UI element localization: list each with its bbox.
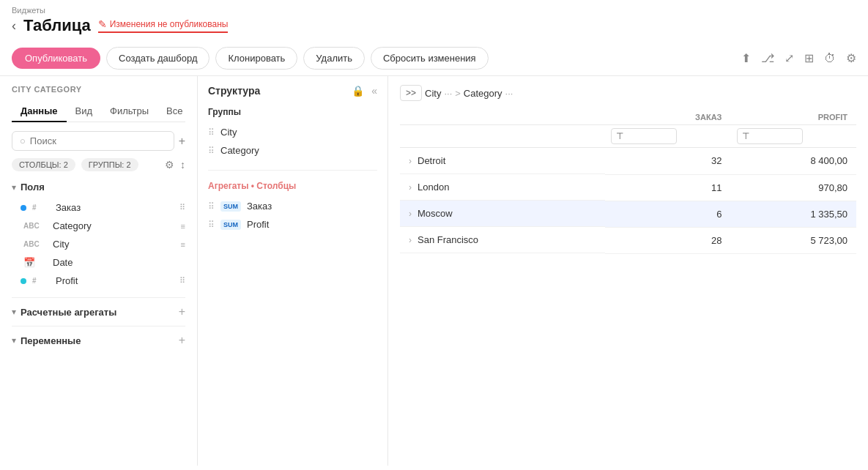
tabs-row: Данные Вид Фильтры Все xyxy=(12,101,185,122)
field-item[interactable]: # Заказ ⠿ xyxy=(12,198,185,217)
sort-icon[interactable]: ↕ xyxy=(180,159,185,171)
chevron-down-icon: ▾ xyxy=(12,307,16,317)
order-value: 28 xyxy=(605,227,731,253)
data-table-panel: >> City ··· > Category ··· ЗАКАЗ PROFIT … xyxy=(388,76,868,466)
order-value: 11 xyxy=(605,174,731,201)
breadcrumb: Виджеты xyxy=(12,6,45,15)
city-name: San Francisco xyxy=(418,234,478,245)
profit-value: 970,80 xyxy=(731,174,857,201)
group-item[interactable]: ⠿ City xyxy=(208,123,377,141)
vars-section-title: Переменные xyxy=(21,335,81,346)
data-table: ЗАКАЗ PROFIT ⊤ ⊤ xyxy=(400,110,856,254)
tab-view[interactable]: Вид xyxy=(67,101,102,122)
drag-handle-icon: ⠿ xyxy=(208,201,215,212)
collapse-icon[interactable]: « xyxy=(371,85,377,97)
table-row[interactable]: › London 11 970,80 xyxy=(400,174,856,201)
col-header-name xyxy=(400,110,605,125)
expand-icon[interactable]: ⤢ xyxy=(784,51,794,65)
back-button[interactable]: ‹ xyxy=(12,19,16,32)
nav-dots-2: ··· xyxy=(505,88,513,99)
profit-filter-input[interactable]: ⊤ xyxy=(737,128,803,144)
calendar-icon: 📅 xyxy=(23,257,47,268)
drag-handle-icon: ⠿ xyxy=(208,127,215,138)
group-name: City xyxy=(220,127,237,138)
nav-city-label[interactable]: City xyxy=(425,88,441,99)
create-dashboard-button[interactable]: Создать дашборд xyxy=(106,47,209,70)
search-input[interactable] xyxy=(30,135,166,146)
chevron-right-icon: ▾ xyxy=(12,335,16,346)
group-name: Category xyxy=(220,145,259,156)
tab-all[interactable]: Все xyxy=(157,101,191,122)
order-value: 6 xyxy=(605,201,731,227)
field-type-number: # xyxy=(32,204,50,212)
drag-handle-icon: ⠿ xyxy=(208,146,215,156)
groups-section-title: Группы xyxy=(208,107,377,117)
structure-title: Структура xyxy=(208,85,260,97)
add-field-button[interactable]: + xyxy=(179,135,185,148)
field-item[interactable]: # Profit ⠿ xyxy=(12,272,185,290)
delete-button[interactable]: Удалить xyxy=(303,47,365,70)
menu-icon: ≡ xyxy=(181,240,185,249)
nav-back-button[interactable]: >> xyxy=(400,85,422,101)
calc-section-title: Расчетные агрегаты xyxy=(21,307,116,318)
field-dot-teal xyxy=(21,278,26,284)
profit-value: 8 400,00 xyxy=(731,148,857,175)
aggr-item[interactable]: ⠿ SUM Заказ xyxy=(208,197,377,215)
fields-section-header[interactable]: ▾ Поля xyxy=(12,182,185,193)
add-calc-button[interactable]: + xyxy=(179,305,185,318)
add-var-button[interactable]: + xyxy=(179,334,185,347)
order-filter-input[interactable]: ⊤ xyxy=(611,128,677,144)
lock-icon[interactable]: 🔒 xyxy=(352,85,364,97)
clone-button[interactable]: Клонировать xyxy=(215,47,297,70)
filter-icon: ⊤ xyxy=(742,131,749,141)
group-item[interactable]: ⠿ Category xyxy=(208,141,377,160)
tab-filters[interactable]: Фильтры xyxy=(101,101,157,122)
row-chevron: › xyxy=(409,156,412,166)
search-box: ○ xyxy=(12,131,174,151)
field-item[interactable]: 📅 Date xyxy=(12,253,185,272)
city-name: Moscow xyxy=(418,208,453,219)
calc-section-header[interactable]: ▾ Расчетные агрегаты + xyxy=(12,305,185,318)
aggr-name: Заказ xyxy=(247,201,272,212)
drag-icon: ⠿ xyxy=(179,203,185,212)
reset-button[interactable]: Сбросить изменения xyxy=(371,47,489,70)
unpublished-badge: ✎ Изменения не опубликованы xyxy=(98,18,229,33)
profit-value: 5 723,00 xyxy=(731,227,857,253)
table-breadcrumb: >> City ··· > Category ··· xyxy=(400,85,856,101)
field-name: Profit xyxy=(56,275,174,286)
field-item[interactable]: ABC Category ≡ xyxy=(12,217,185,235)
aggr-name: Profit xyxy=(247,219,269,230)
field-name: Заказ xyxy=(56,202,174,213)
fields-section-title: Поля xyxy=(21,182,45,193)
history-icon[interactable]: ⏱ xyxy=(824,52,836,65)
search-icon: ○ xyxy=(20,135,26,146)
publish-button[interactable]: Опубликовать xyxy=(12,48,100,69)
nav-category-label[interactable]: Category xyxy=(464,88,502,99)
structure-panel: Структура 🔒 « Группы ⠿ City ⠿ Category А… xyxy=(198,76,388,466)
table-row[interactable]: › San Francisco 28 5 723,00 xyxy=(400,227,856,253)
col-header-profit: PROFIT xyxy=(731,110,857,125)
panel-title: CITY CATEGORY xyxy=(12,85,185,94)
vars-section-header[interactable]: ▾ Переменные + xyxy=(12,334,185,347)
drag-icon: ⠿ xyxy=(179,276,185,286)
field-item[interactable]: ABC City ≡ xyxy=(12,235,185,253)
row-chevron: › xyxy=(409,182,412,193)
aggr-section-title: Агрегаты • Столбцы xyxy=(208,181,377,191)
city-name: London xyxy=(418,182,449,193)
table-row[interactable]: › Detroit 32 8 400,00 xyxy=(400,148,856,175)
grid-icon[interactable]: ⊞ xyxy=(804,51,814,65)
tab-data[interactable]: Данные xyxy=(12,101,67,122)
field-name: Date xyxy=(53,257,185,268)
table-row[interactable]: › Moscow 6 1 335,50 xyxy=(400,201,856,227)
columns-chip[interactable]: СТОЛБЦЫ: 2 xyxy=(12,158,75,171)
groups-chip[interactable]: ГРУППЫ: 2 xyxy=(81,158,138,171)
settings-icon[interactable]: ⚙ xyxy=(846,51,856,65)
sum-badge: SUM xyxy=(220,220,241,230)
filter-settings-icon[interactable]: ⚙ xyxy=(165,159,174,171)
share-icon[interactable]: ⎇ xyxy=(761,51,774,65)
field-type-abc: ABC xyxy=(23,222,47,230)
upload-icon[interactable]: ⬆ xyxy=(741,51,751,65)
field-dot-blue xyxy=(21,205,26,211)
aggr-item[interactable]: ⠿ SUM Profit xyxy=(208,215,377,234)
sum-badge: SUM xyxy=(220,201,241,212)
